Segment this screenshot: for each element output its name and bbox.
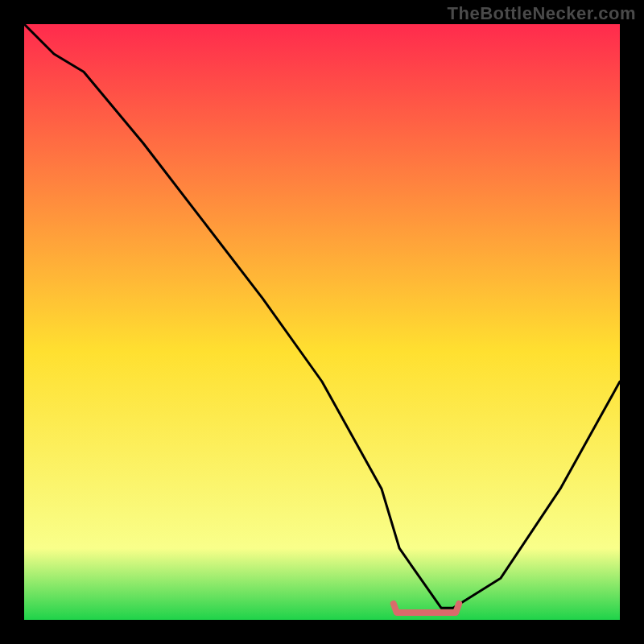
chart-frame: TheBottleNecker.com <box>0 0 644 644</box>
plot-area <box>24 24 620 620</box>
svg-rect-0 <box>24 24 620 620</box>
bottleneck-chart <box>24 24 620 620</box>
watermark-text: TheBottleNecker.com <box>448 3 636 24</box>
